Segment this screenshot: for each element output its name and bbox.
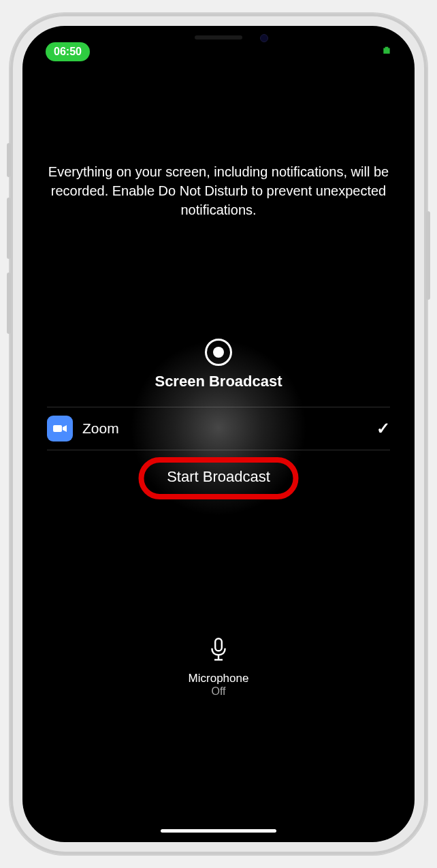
broadcast-app-row[interactable]: Zoom ✓ — [47, 407, 390, 450]
record-dot-icon — [213, 347, 224, 358]
power-button — [426, 211, 430, 300]
status-time-pill[interactable]: 06:50 — [46, 42, 90, 61]
start-broadcast-container: Start Broadcast — [47, 463, 390, 491]
start-broadcast-button[interactable]: Start Broadcast — [153, 463, 284, 491]
home-indicator[interactable] — [161, 829, 276, 833]
volume-down-button — [7, 273, 11, 334]
phone-frame: 06:50 Everything on your screen, includi… — [10, 14, 427, 854]
microphone-toggle[interactable]: Microphone Off — [47, 638, 390, 698]
microphone-label: Microphone — [189, 672, 249, 685]
svg-rect-1 — [215, 638, 222, 651]
screen-broadcast-title: Screen Broadcast — [155, 373, 282, 390]
battery-icon — [382, 46, 391, 58]
volume-up-button — [7, 198, 11, 259]
screen-broadcast-header: Screen Broadcast — [47, 339, 390, 390]
broadcast-app-name: Zoom — [82, 420, 119, 437]
recording-warning-text: Everything on your screen, including not… — [47, 162, 390, 219]
svg-rect-0 — [53, 425, 62, 432]
record-icon — [205, 339, 232, 366]
microphone-state: Off — [211, 685, 225, 698]
front-camera — [260, 34, 268, 42]
screen: 06:50 Everything on your screen, includi… — [22, 26, 415, 842]
silent-switch — [7, 143, 11, 177]
earpiece-speaker — [195, 35, 242, 40]
notch — [140, 26, 297, 49]
microphone-icon — [208, 638, 229, 665]
checkmark-icon: ✓ — [376, 419, 390, 438]
zoom-app-icon — [47, 416, 73, 441]
content: Everything on your screen, including not… — [22, 26, 415, 842]
